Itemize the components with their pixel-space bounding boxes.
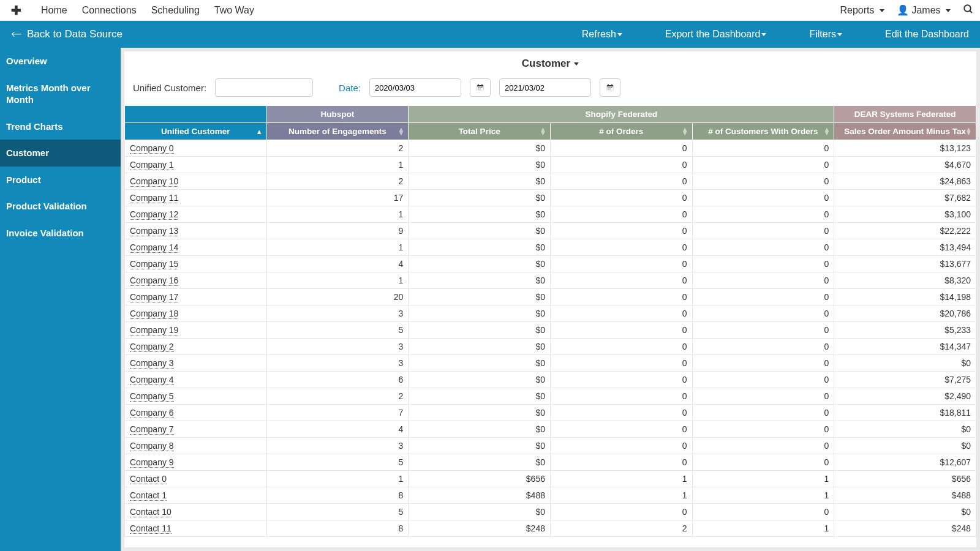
panel-title-dropdown[interactable]: Customer <box>124 51 976 73</box>
cell-customers-with-orders: 0 <box>692 388 834 405</box>
reports-label: Reports <box>840 5 874 15</box>
cell-total-price: $0 <box>409 140 551 157</box>
edit-dashboard-button[interactable]: Edit the Dashboard <box>885 29 969 40</box>
sidebar-item-overview[interactable]: Overview <box>0 48 121 75</box>
cell-sales-order: $656 <box>834 471 976 487</box>
customer-table: Hubspot Shopify Federated DEAR Systems F… <box>124 105 976 537</box>
customer-link[interactable]: Contact 11 <box>130 523 172 534</box>
customer-link[interactable]: Company 19 <box>130 325 178 335</box>
date-to-picker-button[interactable] <box>600 78 620 97</box>
customer-link[interactable]: Company 17 <box>130 292 178 302</box>
cell-engagements: 3 <box>266 438 409 454</box>
back-label: Back to Data Source <box>27 28 123 40</box>
customer-link[interactable]: Company 16 <box>130 276 178 286</box>
customer-link[interactable]: Company 7 <box>130 424 174 435</box>
col-total-price[interactable]: Total Price ▲▼ <box>409 123 551 140</box>
cell-sales-order: $4,670 <box>834 157 976 173</box>
cell-customers-with-orders: 0 <box>692 372 834 388</box>
cell-orders: 0 <box>550 140 692 157</box>
cell-engagements: 2 <box>266 140 409 157</box>
customer-link[interactable]: Company 15 <box>130 259 178 269</box>
table-wrap[interactable]: Hubspot Shopify Federated DEAR Systems F… <box>124 105 976 547</box>
filter-row: Unified Customer: Date: <box>124 73 976 105</box>
unified-customer-input[interactable] <box>215 78 313 97</box>
export-dropdown[interactable]: Export the Dashboard <box>665 29 767 40</box>
customer-link[interactable]: Company 14 <box>130 242 178 253</box>
back-link[interactable]: 🡐 Back to Data Source <box>11 28 123 41</box>
cell-sales-order: $7,682 <box>834 190 976 206</box>
customer-link[interactable]: Company 11 <box>130 193 178 203</box>
cell-customers-with-orders: 0 <box>692 355 834 372</box>
reports-dropdown[interactable]: Reports <box>840 5 884 16</box>
table-row: Contact 118$24821$248 <box>125 520 976 537</box>
sidebar-item-product[interactable]: Product <box>0 167 121 193</box>
table-row: Company 121$000$3,100 <box>125 206 976 223</box>
group-header-unified <box>125 106 267 123</box>
cell-orders: 1 <box>550 487 692 504</box>
nav-scheduling[interactable]: Scheduling <box>151 5 200 16</box>
col-so-label: Sales Order Amount Minus Tax <box>844 127 966 136</box>
nav-two-way[interactable]: Two Way <box>214 5 254 16</box>
col-customers-with-orders[interactable]: # of Customers With Orders ▲▼ <box>692 123 834 140</box>
cell-orders: 0 <box>550 206 692 223</box>
main-area: Customer Unified Customer: Date: <box>121 48 980 551</box>
customer-link[interactable]: Company 4 <box>130 375 174 385</box>
cell-customers-with-orders: 0 <box>692 405 834 421</box>
customer-link[interactable]: Company 0 <box>130 143 174 154</box>
date-from-picker-button[interactable] <box>470 78 491 97</box>
user-menu[interactable]: 👤 James <box>897 4 951 16</box>
col-orders[interactable]: # of Orders ▲▼ <box>550 123 692 140</box>
sidebar-item-trend-charts[interactable]: Trend Charts <box>0 113 121 140</box>
customer-link[interactable]: Company 8 <box>130 441 174 451</box>
customer-link[interactable]: Contact 0 <box>130 474 167 484</box>
nav-connections[interactable]: Connections <box>82 5 137 16</box>
customer-link[interactable]: Company 12 <box>130 209 178 220</box>
customer-link[interactable]: Company 18 <box>130 309 178 319</box>
customer-link[interactable]: Company 1 <box>130 160 174 170</box>
svg-rect-19 <box>609 89 611 89</box>
sidebar: OverviewMetrics Month over MonthTrend Ch… <box>0 48 121 551</box>
cell-customers-with-orders: 0 <box>692 173 834 190</box>
refresh-dropdown[interactable]: Refresh <box>582 29 622 40</box>
cell-sales-order: $0 <box>834 355 976 372</box>
date-from-input[interactable] <box>369 78 461 97</box>
search-icon[interactable] <box>963 4 974 17</box>
svg-rect-6 <box>478 87 479 88</box>
cell-orders: 0 <box>550 157 692 173</box>
customer-link[interactable]: Company 2 <box>130 342 174 352</box>
col-engagements[interactable]: Number of Engagements ▲▼ <box>266 123 409 140</box>
cell-engagements: 4 <box>266 256 409 272</box>
date-label-dropdown[interactable]: Date: <box>339 83 361 93</box>
customer-link[interactable]: Contact 1 <box>130 490 167 501</box>
customer-link[interactable]: Company 13 <box>130 226 178 236</box>
cell-engagements: 1 <box>266 157 409 173</box>
col-sales-order[interactable]: Sales Order Amount Minus Tax ▲▼ <box>834 123 976 140</box>
cell-sales-order: $18,811 <box>834 405 976 421</box>
svg-rect-8 <box>481 87 483 88</box>
customer-link[interactable]: Company 5 <box>130 391 174 402</box>
cell-total-price: $0 <box>409 256 551 272</box>
cell-name: Contact 11 <box>125 520 267 537</box>
user-icon: 👤 <box>897 5 909 15</box>
cell-orders: 0 <box>550 504 692 520</box>
filters-dropdown[interactable]: Filters <box>809 29 842 40</box>
customer-link[interactable]: Company 10 <box>130 176 178 187</box>
table-row: Company 183$000$20,786 <box>125 305 976 322</box>
sidebar-item-invoice-validation[interactable]: Invoice Validation <box>0 220 121 247</box>
nav-home[interactable]: Home <box>41 5 67 16</box>
cell-engagements: 1 <box>266 239 409 256</box>
table-row: Company 02$000$13,123 <box>125 140 976 157</box>
table-row: Contact 01$65611$656 <box>125 471 976 487</box>
date-to-input[interactable] <box>499 78 591 97</box>
customer-link[interactable]: Company 3 <box>130 358 174 369</box>
table-row: Company 52$000$2,490 <box>125 388 976 405</box>
customer-link[interactable]: Company 9 <box>130 457 174 468</box>
plus-icon[interactable]: ✚ <box>6 3 26 18</box>
customer-link[interactable]: Contact 10 <box>130 507 172 517</box>
col-unified-customer[interactable]: Unified Customer ▲ <box>125 123 267 140</box>
customer-link[interactable]: Company 6 <box>130 408 174 418</box>
sidebar-item-customer[interactable]: Customer <box>0 140 121 167</box>
cell-sales-order: $20,786 <box>834 305 976 322</box>
sidebar-item-product-validation[interactable]: Product Validation <box>0 193 121 220</box>
sidebar-item-metrics-month-over-month[interactable]: Metrics Month over Month <box>0 75 121 113</box>
